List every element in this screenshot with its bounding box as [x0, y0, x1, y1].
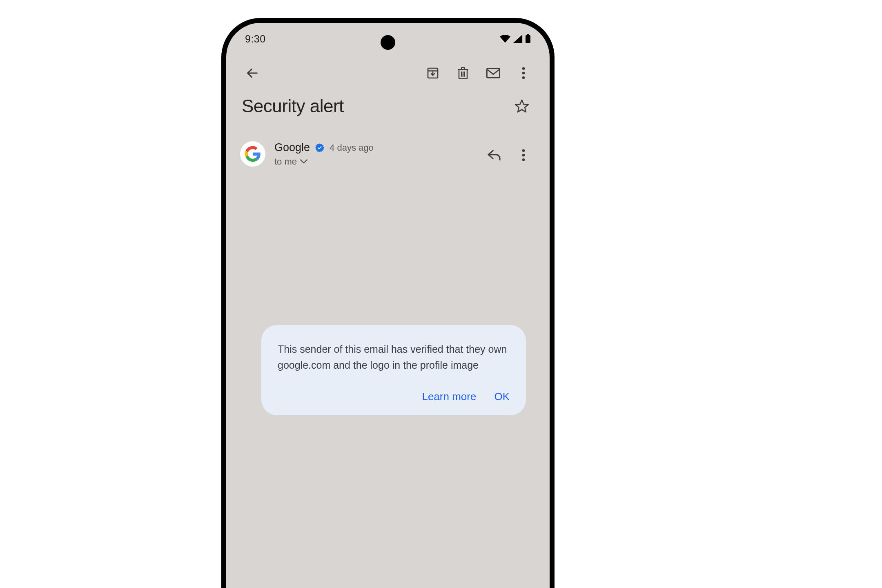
app-bar [226, 55, 550, 91]
archive-button[interactable] [421, 61, 445, 85]
verified-sender-popover: This sender of this email has verified t… [261, 325, 526, 415]
email-date: 4 days ago [330, 143, 374, 153]
sender-avatar[interactable] [240, 141, 265, 167]
svg-point-17 [522, 149, 525, 152]
phone-frame: 9:30 [221, 18, 555, 588]
subject-row: Security alert [226, 91, 550, 122]
svg-point-18 [522, 154, 525, 157]
svg-marker-16 [515, 100, 528, 112]
back-button[interactable] [240, 61, 265, 85]
ok-button[interactable]: OK [494, 390, 510, 403]
svg-rect-11 [461, 67, 465, 69]
more-button[interactable] [511, 61, 536, 85]
recipient-label: to me [274, 156, 297, 167]
google-logo-icon [245, 146, 261, 162]
popover-text-prefix: This sender of this email has verified t… [278, 343, 507, 355]
svg-point-15 [522, 76, 525, 79]
delete-button[interactable] [451, 61, 475, 85]
battery-icon [525, 34, 531, 43]
svg-rect-12 [487, 69, 499, 78]
camera-hole [381, 35, 395, 50]
message-more-button[interactable] [511, 143, 536, 167]
sender-name: Google [274, 141, 310, 154]
learn-more-button[interactable]: Learn more [422, 390, 476, 403]
star-button[interactable] [510, 94, 534, 118]
wifi-icon [500, 35, 510, 43]
svg-point-19 [522, 158, 525, 161]
cellular-icon [513, 35, 523, 43]
status-right [500, 34, 531, 43]
phone-screen: 9:30 [226, 23, 550, 588]
chevron-down-icon [300, 159, 307, 164]
popover-text-suffix: and the logo in the profile image [330, 359, 479, 371]
svg-point-13 [522, 67, 525, 70]
svg-rect-1 [527, 34, 529, 36]
popover-domain: google.com [278, 359, 330, 371]
reply-button[interactable] [482, 143, 506, 167]
status-time: 9:30 [245, 33, 266, 45]
email-subject: Security alert [242, 96, 502, 116]
recipient-toggle[interactable]: to me [274, 156, 473, 167]
svg-rect-0 [526, 35, 530, 43]
verified-badge-icon[interactable] [315, 143, 325, 153]
mark-unread-button[interactable] [481, 61, 506, 85]
svg-point-14 [522, 72, 525, 75]
sender-row: Google 4 days ago to me [226, 122, 550, 167]
popover-text: This sender of this email has verified t… [278, 341, 510, 373]
